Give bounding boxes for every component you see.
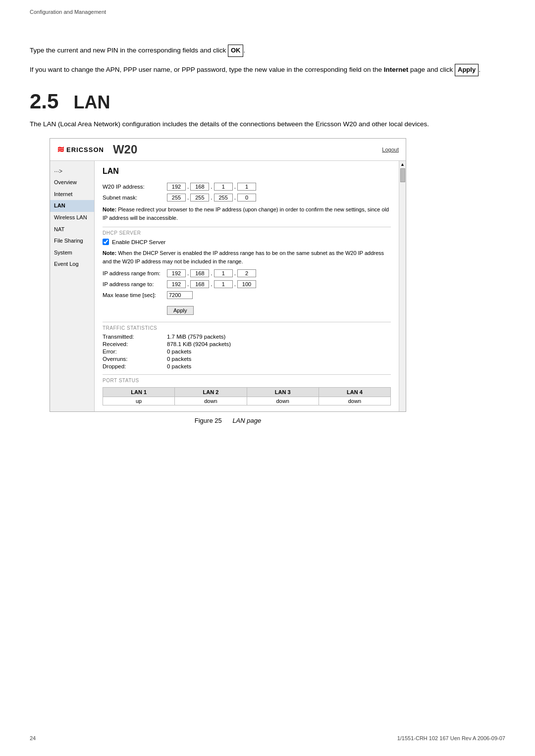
- traffic-stats: Transmitted: 1.7 MiB (7579 packets) Rece…: [103, 334, 391, 369]
- enable-dhcp-row: Enable DHCP Server: [103, 239, 391, 245]
- ip-address-row: W20 IP address: . . .: [103, 183, 391, 191]
- router-ui-frame: ≋ ERICSSON W20 Logout ···> Overview Inte…: [30, 138, 505, 412]
- sidebar-item-wireless-lan[interactable]: Wireless LAN: [50, 212, 94, 224]
- page-header: Configuration and Management: [0, 0, 535, 15]
- subnet-mask-row: Subnet mask: . . .: [103, 194, 391, 202]
- ip-range-to-label: IP address range to:: [103, 281, 167, 287]
- ok-button-ref: OK: [228, 45, 244, 57]
- apply-button-ref: Apply: [455, 64, 479, 76]
- mask-octet4[interactable]: [237, 194, 256, 202]
- stat-dropped: Dropped: 0 packets: [103, 363, 391, 369]
- router-body: ···> Overview Internet LAN Wireless LAN …: [50, 161, 406, 411]
- port-header-lan4: LAN 4: [319, 388, 390, 397]
- apply-area: Apply: [103, 303, 391, 315]
- figure-title: LAN page: [232, 417, 261, 424]
- intro-line1: Type the current and new PIN in the corr…: [30, 47, 228, 54]
- breadcrumb: Configuration and Management: [30, 9, 106, 15]
- port-status-lan2: down: [175, 397, 247, 405]
- page-content: Type the current and new PIN in the corr…: [0, 15, 535, 424]
- sidebar-item-nat[interactable]: NAT: [50, 224, 94, 236]
- intro-para-2: If you want to change the APN, PPP user …: [30, 64, 505, 76]
- ip-address-label: W20 IP address:: [103, 184, 167, 190]
- intro-line2b: page and click: [408, 66, 455, 73]
- ip-range-from-label: IP address range from:: [103, 270, 167, 276]
- range-from-octet3[interactable]: [214, 269, 233, 277]
- intro-para-1: Type the current and new PIN in the corr…: [30, 45, 505, 57]
- lease-time-label: Max lease time [sec]:: [103, 292, 167, 298]
- port-header-lan2: LAN 2: [175, 388, 247, 397]
- lease-time-row: Max lease time [sec]:: [103, 291, 391, 299]
- section-desc: The LAN (Local Area Network) configurati…: [30, 119, 505, 130]
- range-to-octet3[interactable]: [214, 280, 233, 288]
- section-title: LAN: [73, 92, 110, 113]
- port-section-label: PORT STATUS: [103, 378, 391, 383]
- sidebar-item-event-log[interactable]: Event Log: [50, 258, 94, 270]
- range-to-octet1[interactable]: [167, 280, 186, 288]
- scroll-up-arrow[interactable]: ▲: [400, 162, 405, 167]
- ericsson-logo-icon: ≋: [57, 144, 64, 155]
- range-from-octet2[interactable]: [190, 269, 209, 277]
- port-header-lan3: LAN 3: [247, 388, 319, 397]
- ericsson-logo: ≋ ERICSSON: [57, 144, 104, 155]
- sidebar-arrow: ···>: [50, 166, 94, 177]
- port-status-lan1: up: [103, 397, 175, 405]
- router-model: W20: [113, 143, 137, 156]
- sidebar-item-lan[interactable]: LAN: [50, 200, 94, 212]
- router-header: ≋ ERICSSON W20 Logout: [50, 139, 406, 161]
- subnet-mask-label: Subnet mask:: [103, 195, 167, 201]
- ip-range-from-fields: . . .: [167, 269, 256, 277]
- range-from-octet1[interactable]: [167, 269, 186, 277]
- enable-dhcp-label: Enable DHCP Server: [112, 239, 165, 245]
- internet-bold: Internet: [384, 66, 409, 73]
- intro-line2: If you want to change the APN, PPP user …: [30, 66, 384, 73]
- range-to-octet2[interactable]: [190, 280, 209, 288]
- range-to-octet4[interactable]: [237, 280, 256, 288]
- traffic-divider: [103, 322, 391, 322]
- lease-time-input[interactable]: [167, 291, 193, 299]
- router-frame: ≋ ERICSSON W20 Logout ···> Overview Inte…: [50, 138, 406, 412]
- logout-link[interactable]: Logout: [382, 147, 399, 152]
- stat-overruns: Overruns: 0 packets: [103, 356, 391, 362]
- ip-range-to-fields: . . .: [167, 280, 256, 288]
- sidebar-item-file-sharing[interactable]: File Sharing: [50, 235, 94, 247]
- doc-reference: 1/1551-CRH 102 167 Uen Rev A 2006-09-07: [397, 735, 505, 741]
- subnet-mask-fields: . . .: [167, 194, 256, 202]
- ericsson-brand: ERICSSON: [66, 146, 104, 153]
- port-status-lan4: down: [319, 397, 390, 405]
- dhcp-section-label: DHCP SERVER: [103, 230, 391, 236]
- mask-octet3[interactable]: [214, 194, 233, 202]
- sidebar: ···> Overview Internet LAN Wireless LAN …: [50, 161, 95, 411]
- stat-error: Error: 0 packets: [103, 349, 391, 354]
- stat-received: Received: 878.1 KiB (9204 packets): [103, 341, 391, 347]
- ip-octet3[interactable]: [214, 183, 233, 191]
- ip-address-fields: . . .: [167, 183, 256, 191]
- page-number: 24: [30, 735, 36, 741]
- traffic-section-label: TRAFFIC STATISTICS: [103, 325, 391, 331]
- range-from-octet4[interactable]: [237, 269, 256, 277]
- router-page-title: LAN: [103, 167, 391, 176]
- port-status-table: LAN 1 LAN 2 LAN 3 LAN 4 up down down: [103, 387, 391, 405]
- dhcp-apply-button[interactable]: Apply: [167, 306, 194, 315]
- ip-range-to-row: IP address range to: . . .: [103, 280, 391, 288]
- scroll-thumb[interactable]: [400, 168, 405, 182]
- ip-octet2[interactable]: [190, 183, 209, 191]
- port-divider: [103, 374, 391, 375]
- sidebar-item-overview[interactable]: Overview: [50, 177, 94, 189]
- ip-octet4[interactable]: [237, 183, 256, 191]
- page-footer: 24 1/1551-CRH 102 167 Uen Rev A 2006-09-…: [30, 735, 505, 741]
- sidebar-item-system[interactable]: System: [50, 247, 94, 259]
- mask-octet1[interactable]: [167, 194, 186, 202]
- enable-dhcp-checkbox[interactable]: [103, 239, 109, 245]
- figure-caption: Figure 25 LAN page: [50, 417, 406, 424]
- ip-change-note: Note: Please redirect your browser to th…: [103, 205, 391, 222]
- section-number: 2.5: [30, 91, 58, 112]
- mask-octet2[interactable]: [190, 194, 209, 202]
- ip-octet1[interactable]: [167, 183, 186, 191]
- section-heading: 2.5 LAN: [30, 91, 505, 113]
- scrollbar[interactable]: ▲: [399, 161, 406, 411]
- stat-transmitted: Transmitted: 1.7 MiB (7579 packets): [103, 334, 391, 340]
- router-main-content: LAN W20 IP address: . . .: [95, 161, 399, 411]
- sidebar-item-internet[interactable]: Internet: [50, 189, 94, 201]
- port-header-lan1: LAN 1: [103, 388, 175, 397]
- dhcp-note: Note: When the DHCP Server is enabled th…: [103, 249, 391, 265]
